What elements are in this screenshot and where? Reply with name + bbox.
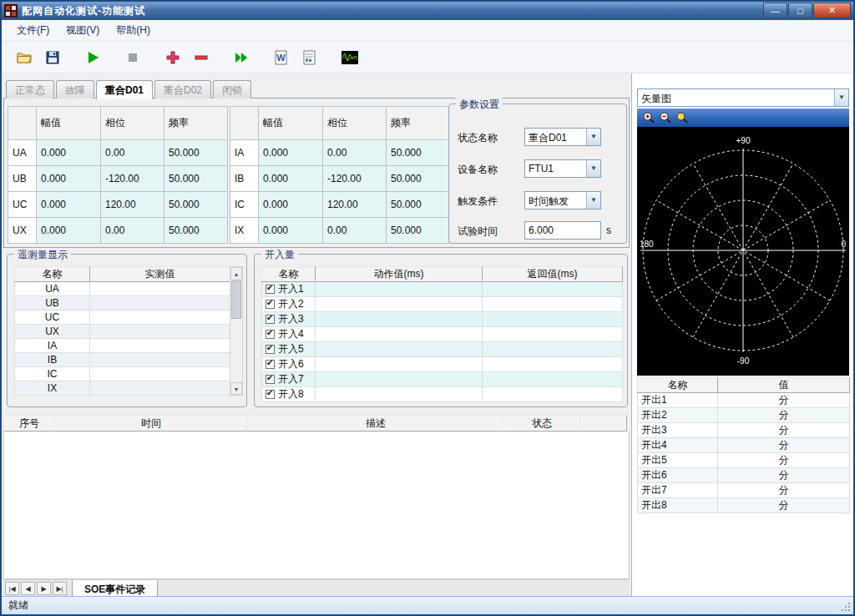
save-button[interactable] — [40, 46, 65, 69]
output-row[interactable]: 开出2 分 — [638, 408, 850, 423]
pager-button[interactable]: ▶ — [37, 582, 51, 595]
digital-input-row[interactable]: 开入6 — [262, 357, 623, 372]
telemetry-row[interactable]: UC — [15, 311, 230, 325]
frequency-cell[interactable]: 50.000 — [387, 192, 450, 218]
menu-item[interactable]: 文件(F) — [8, 21, 58, 40]
checkbox[interactable] — [266, 375, 275, 384]
output-row[interactable]: 开出1 分 — [638, 393, 850, 408]
telemetry-scrollbar[interactable]: ▲ ▼ — [230, 266, 243, 396]
minimize-button[interactable]: — — [763, 3, 787, 18]
title-bar[interactable]: 配网自动化测试-功能测试 — □ ✕ — [2, 2, 853, 20]
scrollbar-thumb[interactable] — [231, 280, 241, 319]
telemetry-row[interactable]: UA — [15, 282, 230, 296]
checkbox[interactable] — [266, 330, 275, 339]
frequency-cell[interactable]: 50.000 — [387, 166, 450, 192]
waveform-button[interactable] — [337, 46, 362, 69]
amplitude-cell[interactable]: 0.000 — [37, 140, 101, 166]
state-tab[interactable]: 闭锁 — [213, 80, 251, 98]
zoom-out-button[interactable] — [657, 110, 674, 125]
digital-input-row[interactable]: 开入2 — [262, 297, 623, 312]
telemetry-row[interactable]: UX — [15, 325, 230, 339]
output-row[interactable]: 开出5 分 — [638, 453, 850, 468]
test-time-input[interactable]: 6.000 — [524, 221, 601, 240]
amplitude-cell[interactable]: 0.000 — [37, 166, 101, 192]
amplitude-cell[interactable]: 0.000 — [259, 140, 323, 166]
checkbox[interactable] — [266, 360, 275, 369]
state-tab[interactable]: 重合D02 — [154, 80, 211, 98]
output-row[interactable]: 开出7 分 — [638, 483, 850, 498]
vector-type-combo[interactable]: 矢量图 — [637, 88, 849, 107]
digital-input-row[interactable]: 开入7 — [262, 372, 623, 387]
phase-cell[interactable]: -120.00 — [323, 166, 387, 192]
digital-input-row[interactable]: 开入5 — [262, 342, 623, 357]
output-row[interactable]: 开出4 分 — [638, 438, 850, 453]
run-button[interactable] — [80, 46, 105, 69]
trigger-condition-combo[interactable]: 时间触发 — [524, 191, 601, 210]
output-row[interactable]: 开出8 分 — [638, 498, 850, 513]
report-view-button[interactable] — [297, 46, 322, 69]
state-tab[interactable]: 故障 — [56, 80, 94, 98]
state-name-combo[interactable]: 重合D01 — [524, 128, 601, 146]
output-row[interactable]: 开出3 分 — [638, 423, 850, 438]
phase-cell[interactable]: 120.00 — [323, 192, 387, 218]
frequency-cell[interactable]: 50.000 — [164, 218, 228, 244]
dropdown-arrow-icon[interactable] — [834, 89, 848, 106]
frequency-cell[interactable]: 50.000 — [164, 192, 228, 218]
frequency-cell[interactable]: 50.000 — [387, 140, 450, 166]
word-report-button[interactable]: W — [269, 46, 294, 69]
scroll-down-icon[interactable]: ▼ — [230, 382, 242, 395]
device-name-combo[interactable]: FTU1 — [524, 159, 601, 178]
resize-grip[interactable] — [840, 601, 852, 613]
frequency-cell[interactable]: 50.000 — [387, 218, 450, 244]
telemetry-row[interactable]: IB — [15, 353, 230, 367]
close-button[interactable]: ✕ — [813, 3, 851, 18]
phase-cell[interactable]: 0.00 — [323, 218, 387, 244]
amplitude-cell[interactable]: 0.000 — [37, 192, 101, 218]
output-row[interactable]: 开出6 分 — [638, 468, 850, 483]
digital-input-row[interactable]: 开入1 — [262, 282, 623, 297]
menu-item[interactable]: 视图(V) — [58, 21, 108, 40]
amplitude-cell[interactable]: 0.000 — [259, 192, 323, 218]
digital-input-row[interactable]: 开入4 — [262, 327, 623, 342]
pager-button[interactable]: |◀ — [5, 582, 19, 595]
event-table-body[interactable] — [3, 432, 630, 579]
telemetry-row[interactable]: UB — [15, 296, 230, 311]
pager-button[interactable]: ◀ — [21, 582, 35, 595]
phase-cell[interactable]: 0.00 — [101, 140, 164, 166]
telemetry-row[interactable]: IA — [15, 339, 230, 353]
checkbox[interactable] — [266, 390, 275, 399]
frequency-cell[interactable]: 50.000 — [164, 140, 228, 166]
checkbox[interactable] — [266, 345, 275, 354]
dropdown-arrow-icon[interactable] — [586, 160, 600, 177]
phase-cell[interactable]: 0.00 — [323, 140, 387, 166]
remove-state-button[interactable] — [189, 46, 214, 69]
maximize-button[interactable]: □ — [788, 3, 812, 18]
zoom-reset-button[interactable] — [674, 110, 691, 125]
amplitude-cell[interactable]: 0.000 — [259, 166, 323, 192]
telemetry-row[interactable]: IX — [15, 381, 230, 396]
checkbox[interactable] — [266, 300, 275, 309]
scroll-up-icon[interactable]: ▲ — [230, 267, 242, 280]
telemetry-row[interactable]: IC — [15, 367, 230, 381]
phase-cell[interactable]: 0.00 — [101, 218, 164, 244]
run-all-button[interactable] — [229, 46, 254, 69]
add-state-button[interactable] — [160, 46, 185, 69]
stop-button[interactable] — [120, 46, 145, 69]
zoom-in-button[interactable] — [640, 110, 657, 125]
open-file-button[interactable] — [12, 46, 37, 69]
state-tab[interactable]: 重合D01 — [96, 80, 153, 99]
dropdown-arrow-icon[interactable] — [586, 192, 600, 209]
amplitude-cell[interactable]: 0.000 — [259, 218, 323, 244]
pager-button[interactable]: ▶| — [53, 582, 67, 595]
checkbox[interactable] — [266, 315, 275, 324]
phase-cell[interactable]: 120.00 — [101, 192, 164, 218]
digital-input-row[interactable]: 开入8 — [262, 387, 623, 402]
frequency-cell[interactable]: 50.000 — [164, 166, 228, 192]
amplitude-cell[interactable]: 0.000 — [37, 218, 101, 244]
state-tab[interactable]: 正常态 — [6, 80, 54, 98]
tab-soe-events[interactable]: SOE事件记录 — [72, 580, 158, 597]
digital-input-row[interactable]: 开入3 — [262, 312, 623, 327]
checkbox[interactable] — [266, 285, 275, 294]
menu-item[interactable]: 帮助(H) — [108, 21, 159, 40]
dropdown-arrow-icon[interactable] — [586, 129, 600, 145]
